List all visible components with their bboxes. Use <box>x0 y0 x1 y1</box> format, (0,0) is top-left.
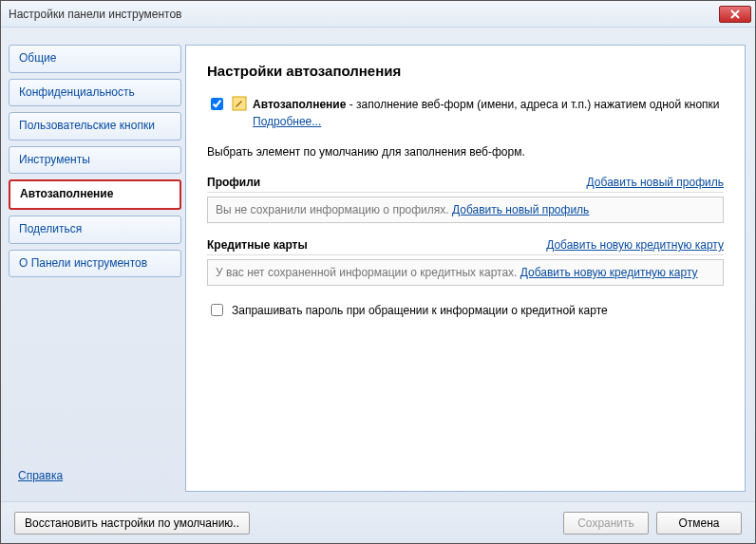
window-title: Настройки панели инструментов <box>9 8 719 21</box>
autofill-description: Автозаполнение - заполнение веб-форм (им… <box>253 96 724 130</box>
dialog-footer: Восстановить настройки по умолчанию.. Со… <box>1 501 755 543</box>
sidebar-item-about[interactable]: О Панели инструментов <box>9 250 181 278</box>
dialog-body: Общие Конфиденциальность Пользовательски… <box>1 28 755 501</box>
autofill-name: Автозаполнение <box>253 98 346 111</box>
sidebar: Общие Конфиденциальность Пользовательски… <box>1 28 181 501</box>
sidebar-item-label: О Панели инструментов <box>19 256 147 270</box>
save-button[interactable]: Сохранить <box>563 512 649 535</box>
ask-password-checkbox[interactable] <box>211 304 223 316</box>
cards-empty-box: У вас нет сохраненной информации о креди… <box>207 259 724 286</box>
autofill-checkbox[interactable] <box>211 98 223 110</box>
sidebar-item-label: Инструменты <box>19 153 90 166</box>
add-profile-link[interactable]: Добавить новый профиль <box>587 176 724 189</box>
ask-password-label: Запрашивать пароль при обращении к инфор… <box>232 304 608 317</box>
sidebar-item-label: Конфиденциальность <box>19 85 135 99</box>
cards-title: Кредитные карты <box>207 238 308 252</box>
pencil-icon <box>232 96 247 111</box>
ask-password-row: Запрашивать пароль при обращении к инфор… <box>207 301 724 319</box>
restore-defaults-button[interactable]: Восстановить настройки по умолчанию.. <box>14 512 250 535</box>
profiles-empty-text: Вы не сохранили информацию о профилях. <box>216 203 452 216</box>
sidebar-item-tools[interactable]: Инструменты <box>9 146 181 175</box>
sidebar-item-label: Общие <box>19 51 56 65</box>
learn-more-link[interactable]: Подробнее... <box>253 115 321 128</box>
close-icon <box>730 9 740 19</box>
profiles-title: Профили <box>207 176 260 189</box>
sidebar-item-label: Автозаполнение <box>20 187 113 200</box>
help-link[interactable]: Справка <box>18 469 181 482</box>
cards-empty-text: У вас нет сохраненной информации о креди… <box>216 266 520 279</box>
cancel-button[interactable]: Отмена <box>656 512 742 535</box>
profiles-empty-box: Вы не сохранили информацию о профилях. Д… <box>207 197 724 223</box>
choose-default-text: Выбрать элемент по умолчанию для заполне… <box>207 145 724 159</box>
autofill-toggle-row: Автозаполнение - заполнение веб-форм (им… <box>207 96 724 130</box>
profiles-section-header: Профили Добавить новый профиль <box>207 176 724 193</box>
sidebar-item-label: Пользовательские кнопки <box>19 119 155 132</box>
add-card-inline-link[interactable]: Добавить новую кредитную карту <box>520 266 698 279</box>
add-profile-inline-link[interactable]: Добавить новый профиль <box>452 203 589 216</box>
titlebar: Настройки панели инструментов <box>1 1 755 28</box>
page-title: Настройки автозаполнения <box>207 63 724 79</box>
sidebar-item-general[interactable]: Общие <box>9 45 181 73</box>
add-card-link[interactable]: Добавить новую кредитную карту <box>546 238 724 252</box>
sidebar-item-privacy[interactable]: Конфиденциальность <box>9 79 181 107</box>
sidebar-item-share[interactable]: Поделиться <box>9 216 181 244</box>
cards-section-header: Кредитные карты Добавить новую кредитную… <box>207 238 724 255</box>
sidebar-item-label: Поделиться <box>19 222 82 235</box>
sidebar-item-custom-buttons[interactable]: Пользовательские кнопки <box>9 112 181 141</box>
sidebar-item-autofill[interactable]: Автозаполнение <box>9 179 181 210</box>
main-panel: Настройки автозаполнения Автозаполнение … <box>185 45 746 492</box>
settings-window: Настройки панели инструментов Общие Конф… <box>0 0 756 544</box>
autofill-desc-text: - заполнение веб-форм (имени, адреса и т… <box>346 98 719 111</box>
close-button[interactable] <box>719 6 751 23</box>
